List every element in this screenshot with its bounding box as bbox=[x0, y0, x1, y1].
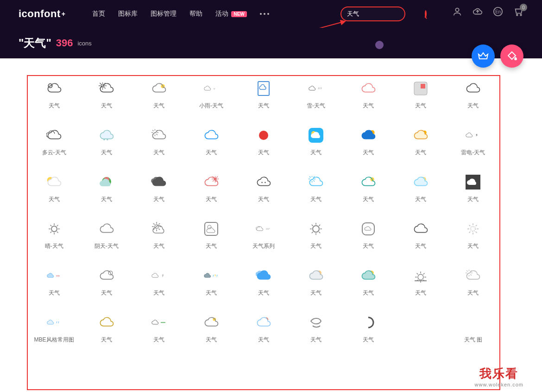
svg-line-86 bbox=[319, 232, 320, 233]
result-header: "天气" 396 icons bbox=[0, 28, 542, 58]
icon-cell-sun-behind-cloud-2[interactable]: 天气 bbox=[80, 268, 132, 297]
new-badge: NEW bbox=[231, 11, 246, 17]
search-input[interactable] bbox=[347, 11, 425, 18]
svg-line-125 bbox=[467, 271, 468, 272]
icon-label: 天气 bbox=[153, 102, 164, 110]
svg-line-107 bbox=[217, 275, 217, 277]
lightning-cloud-outline-icon bbox=[151, 268, 167, 284]
weather-app-square-icon bbox=[413, 81, 429, 96]
logo[interactable]: iconfont+ bbox=[19, 8, 65, 20]
nav-more-icon[interactable] bbox=[260, 13, 269, 15]
icon-cell-sunrise-outline[interactable]: 天气 bbox=[395, 268, 447, 297]
icon-cell-cloudy-outline[interactable]: 多云-天气 bbox=[28, 127, 80, 157]
language-icon[interactable]: En bbox=[493, 6, 503, 17]
svg-point-110 bbox=[418, 274, 423, 280]
cloud-yellow-outline-icon bbox=[99, 315, 114, 330]
svg-point-64 bbox=[51, 226, 57, 232]
search-icon[interactable] bbox=[425, 10, 427, 18]
svg-text:///: /// bbox=[214, 88, 215, 90]
icon-cell-sun-cloud-red[interactable]: 天气 bbox=[185, 174, 237, 203]
icon-cell-rainbow-cloud[interactable]: 天气 bbox=[80, 174, 132, 203]
icon-cell-sun-cloud-tiny[interactable]: 天气 bbox=[185, 315, 237, 344]
icon-cell-sun-cloud-color[interactable]: 天气 bbox=[395, 127, 447, 157]
icon-cell-rain-cloud-blue[interactable]: MBE风格常用图 bbox=[28, 315, 80, 344]
icon-label: 天气 bbox=[415, 149, 426, 157]
icon-cell-cloud-blue-outline[interactable]: 天气 bbox=[185, 127, 237, 157]
icon-cell-weather-app-icon[interactable]: 天气 bbox=[290, 127, 342, 157]
result-count: 396 bbox=[56, 37, 73, 49]
user-icon[interactable] bbox=[452, 6, 462, 17]
icon-cell-cloud-outline-pink[interactable]: 天气 bbox=[342, 81, 395, 110]
icon-cell-drizzle-cloud[interactable]: ///小雨-天气 bbox=[185, 81, 237, 110]
icon-cell-sun-behind-cloud[interactable]: 天气 bbox=[132, 127, 185, 157]
icon-cell-sun-cloud-teal-flat[interactable]: 天气 bbox=[342, 268, 395, 297]
icon-cell-cloud-yellow-outline[interactable]: 天气 bbox=[80, 315, 132, 344]
sun-rays-outline-icon bbox=[151, 221, 167, 237]
icon-cell-weather-document[interactable]: 天气 bbox=[237, 81, 290, 110]
svg-line-26 bbox=[156, 134, 157, 135]
crown-button[interactable] bbox=[472, 44, 495, 68]
icon-cell-sun-cloud-light[interactable]: 天气 bbox=[447, 268, 499, 297]
icon-cell-storm-color[interactable]: 天气 bbox=[185, 268, 237, 297]
icon-cell-cloud-outline[interactable]: 天气 bbox=[447, 81, 499, 110]
nav-manage[interactable]: 图标管理 bbox=[151, 10, 176, 18]
icon-cell-rain-cloud-outline[interactable]: 雪-天气 bbox=[290, 81, 342, 110]
icon-cell-sun-gear-outline[interactable]: 天气 bbox=[290, 221, 342, 250]
upload-cloud-icon[interactable] bbox=[473, 6, 483, 17]
icon-cell-lightning-cloud-outline[interactable]: 天气 bbox=[132, 268, 185, 297]
icon-cell-cloud-green-underline[interactable]: 天气 bbox=[132, 315, 185, 344]
nav-library[interactable]: 图标库 bbox=[118, 10, 138, 18]
svg-line-90 bbox=[312, 225, 313, 226]
icon-cell-cloud-blue-solid[interactable]: 天气 bbox=[342, 127, 395, 157]
icon-cell-weather-app-square[interactable]: 天气 bbox=[395, 81, 447, 110]
icon-cell-wind-swirl-outline[interactable]: 天气 bbox=[290, 315, 342, 344]
icon-cell-blank2[interactable]: 天气 图 bbox=[447, 315, 499, 344]
cloud-face-outline-icon bbox=[256, 174, 271, 190]
icon-cell-sun-outline[interactable]: 晴-天气 bbox=[28, 221, 80, 250]
icon-cell-sun-cloud-yellow[interactable]: 天气 bbox=[28, 174, 80, 203]
icon-cell-cloud-teal-outline[interactable]: 天气 bbox=[342, 174, 395, 203]
icon-cell-weather-card-outline[interactable]: 天气 bbox=[185, 221, 237, 250]
icon-cell-cloud-dark-square[interactable]: 天气 bbox=[447, 174, 499, 203]
svg-line-80 bbox=[158, 223, 160, 225]
icon-cell-thunder-cloud[interactable]: 雷电-天气 bbox=[447, 127, 499, 157]
search-box[interactable] bbox=[340, 6, 405, 21]
icon-cell-cloud-bold-outline[interactable]: 天气 bbox=[395, 221, 447, 250]
icon-label: 天气 bbox=[153, 196, 164, 203]
icon-cell-wind-clouds-outline[interactable]: 天气系列 bbox=[237, 221, 290, 250]
icon-cell-sun-red-solid[interactable]: 天气 bbox=[237, 127, 290, 157]
icon-cell-cloud-simple-outline[interactable]: 阴天-天气 bbox=[80, 221, 132, 250]
nav-home[interactable]: 首页 bbox=[92, 10, 105, 18]
icon-cell-blank[interactable] bbox=[395, 315, 447, 344]
icon-cell-snow-color[interactable]: 天气 bbox=[80, 127, 132, 157]
svg-line-88 bbox=[312, 232, 313, 233]
svg-line-18 bbox=[318, 88, 319, 89]
icon-cell-cloud-face-outline[interactable]: 天气 bbox=[237, 174, 290, 203]
icon-cell-rain-hearts-color[interactable]: ♥♥♥天气 bbox=[28, 268, 80, 297]
icon-cell-sun-cloud-outline[interactable]: 天气 bbox=[80, 81, 132, 110]
icon-cell-cloud-sun-outline[interactable]: 天气 bbox=[28, 81, 80, 110]
icon-cell-half-loader[interactable]: 天气 bbox=[342, 315, 395, 344]
icon-cell-weather-rounded-square[interactable]: 天气 bbox=[342, 221, 395, 250]
svg-line-30 bbox=[152, 130, 153, 131]
icon-cell-sun-cloud-lightblue[interactable]: 天气 bbox=[290, 174, 342, 203]
cart-icon[interactable]: 0 bbox=[513, 6, 523, 17]
nav-activity[interactable]: 活动 NEW bbox=[215, 10, 246, 18]
icon-cell-sun-rays-outline[interactable]: 天气 bbox=[132, 221, 185, 250]
icon-label: 阴天-天气 bbox=[95, 242, 119, 250]
icon-cell-clouds-dark-solid[interactable]: 天气 bbox=[132, 174, 185, 203]
icon-label: 天气 bbox=[258, 149, 269, 157]
svg-rect-22 bbox=[421, 84, 425, 89]
icon-label: 天气系列 bbox=[252, 242, 275, 250]
icon-cell-sun-dotted-outline[interactable]: 天气 bbox=[447, 221, 499, 250]
nav-activity-label: 活动 bbox=[215, 10, 228, 18]
icon-cell-sunset-cloud-color[interactable]: 天气 bbox=[237, 315, 290, 344]
icon-cell-partly-sunny-outline[interactable]: 天气 bbox=[132, 81, 185, 110]
bucket-button[interactable] bbox=[500, 44, 523, 68]
icon-cell-moon-cloud-color[interactable]: 天气 bbox=[395, 174, 447, 203]
snow-color-icon bbox=[99, 127, 114, 143]
icon-cell-clouds-blue-solid[interactable]: 天气 bbox=[237, 268, 290, 297]
icon-label: 天气 bbox=[206, 289, 217, 297]
nav-help[interactable]: 帮助 bbox=[189, 10, 202, 18]
icon-cell-sun-cloud-flat[interactable]: 天气 bbox=[290, 268, 342, 297]
